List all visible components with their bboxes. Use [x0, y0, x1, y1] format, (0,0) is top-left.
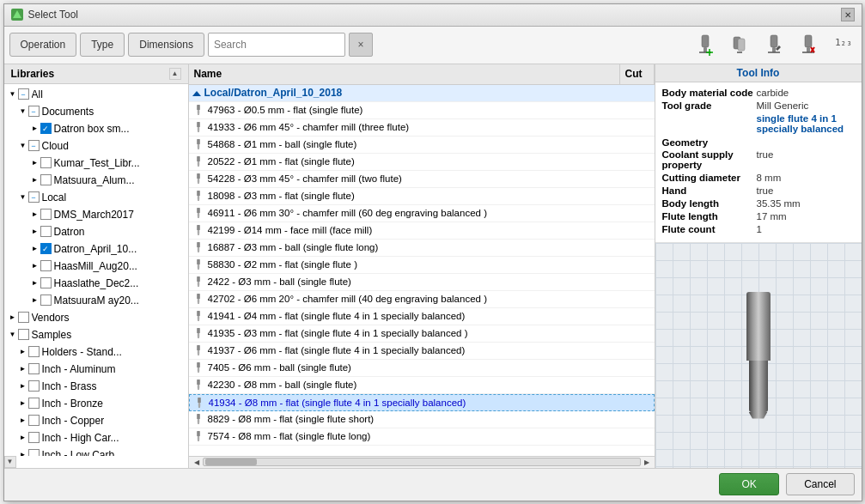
- tree-checkbox[interactable]: [40, 174, 52, 185]
- list-item[interactable]: 42702 - Ø6 mm 20° - chamfer mill (40 deg…: [189, 291, 655, 308]
- edit-tool-button[interactable]: [760, 31, 788, 58]
- tree-item[interactable]: ►✓Datron box sm...: [4, 120, 188, 137]
- tree-item[interactable]: ►Inch - Aluminum: [4, 361, 188, 378]
- tree-checkbox[interactable]: [40, 260, 52, 271]
- list-item[interactable]: 41934 - Ø8 mm - flat (single flute 4 in …: [189, 394, 655, 411]
- tree-checkbox[interactable]: [28, 363, 40, 374]
- tree-checkbox[interactable]: −: [28, 140, 40, 151]
- tree-checkbox[interactable]: [40, 295, 52, 306]
- collapse-arrow-icon[interactable]: ►: [18, 416, 28, 426]
- expand-arrow-icon[interactable]: ▼: [8, 89, 18, 100]
- tree-item[interactable]: ▼−Cloud: [4, 137, 188, 155]
- tree-item[interactable]: ▼Samples: [4, 326, 188, 343]
- list-item[interactable]: 41933 - Ø6 mm 45° - chamfer mill (three …: [189, 119, 655, 137]
- collapse-arrow-icon[interactable]: ►: [8, 313, 18, 323]
- list-item[interactable]: 42199 - Ø14 mm - face mill (face mill): [189, 222, 655, 240]
- collapse-arrow-icon[interactable]: ►: [30, 158, 40, 168]
- tree-checkbox[interactable]: ✓: [40, 123, 52, 134]
- tree-checkbox[interactable]: [28, 346, 40, 357]
- collapse-arrow-icon[interactable]: ►: [30, 175, 40, 185]
- cancel-button[interactable]: Cancel: [786, 473, 854, 495]
- tree-item[interactable]: ►DMS_March2017: [4, 206, 188, 223]
- duplicate-tool-button[interactable]: [726, 31, 753, 58]
- tree-item[interactable]: ▼−Documents: [4, 103, 188, 120]
- tool-group-header[interactable]: Local/Datron_April_10_2018: [189, 85, 655, 102]
- collapse-arrow-icon[interactable]: ►: [30, 278, 40, 288]
- tree-checkbox[interactable]: [40, 209, 52, 220]
- tool-list-hscroll[interactable]: ◀ ▶: [189, 456, 655, 468]
- tree-item[interactable]: ►Haaslathe_Dec2...: [4, 275, 188, 292]
- collapse-arrow-icon[interactable]: ►: [30, 124, 40, 134]
- list-item[interactable]: 46911 - Ø6 mm 30° - chamfer mill (60 deg…: [189, 205, 655, 222]
- expand-arrow-icon[interactable]: ▼: [8, 330, 18, 340]
- list-item[interactable]: 41941 - Ø4 mm - flat (single flute 4 in …: [189, 308, 655, 325]
- tree-checkbox[interactable]: ✓: [40, 243, 52, 254]
- list-item[interactable]: 20522 - Ø1 mm - flat (single flute): [189, 154, 655, 171]
- list-item[interactable]: 16887 - Ø3 mm - ball (single flute long): [189, 240, 655, 257]
- collapse-arrow-icon[interactable]: ►: [30, 261, 40, 271]
- list-item[interactable]: 7405 - Ø6 mm - ball (single flute): [189, 360, 655, 377]
- close-button[interactable]: ✕: [841, 8, 855, 21]
- dimensions-button[interactable]: Dimensions: [128, 33, 204, 57]
- tree-checkbox[interactable]: [28, 380, 40, 392]
- tree-checkbox[interactable]: [18, 312, 29, 323]
- hscroll-right[interactable]: ▶: [641, 458, 653, 466]
- list-item[interactable]: 54868 - Ø1 mm - ball (single flute): [189, 137, 655, 154]
- tree-checkbox[interactable]: [18, 329, 29, 340]
- list-item[interactable]: 7574 - Ø8 mm - flat (single flute long): [189, 428, 655, 446]
- list-item[interactable]: 41935 - Ø3 mm - flat (single flute 4 in …: [189, 325, 655, 343]
- tree-checkbox[interactable]: −: [28, 106, 40, 117]
- list-item[interactable]: 41937 - Ø6 mm - flat (single flute 4 in …: [189, 343, 655, 360]
- tree-checkbox[interactable]: [40, 157, 52, 168]
- tree-checkbox[interactable]: [28, 415, 40, 426]
- add-tool-button[interactable]: [691, 31, 719, 58]
- collapse-arrow-icon[interactable]: ►: [18, 433, 28, 443]
- tree-item[interactable]: ►Holders - Stand...: [4, 343, 188, 361]
- expand-arrow-icon[interactable]: ▼: [18, 192, 28, 203]
- collapse-arrow-icon[interactable]: ►: [18, 347, 28, 357]
- numbering-button[interactable]: 1₂₃: [829, 31, 856, 58]
- left-scroll-down[interactable]: ▼: [4, 456, 16, 468]
- collapse-arrow-icon[interactable]: ►: [30, 227, 40, 237]
- operation-button[interactable]: Operation: [9, 33, 77, 57]
- tool-list-scroll[interactable]: Local/Datron_April_10_2018 47963 - Ø0.5 …: [189, 85, 655, 456]
- tree-item[interactable]: ►Inch - Low Carb...: [4, 446, 188, 456]
- collapse-arrow-icon[interactable]: ►: [30, 295, 40, 306]
- tree-item[interactable]: ►MatsuuraM ay20...: [4, 292, 188, 309]
- collapse-arrow-icon[interactable]: ►: [18, 381, 28, 392]
- tree-item[interactable]: ►Inch - Brass: [4, 378, 188, 395]
- expand-arrow-icon[interactable]: ▼: [18, 141, 28, 151]
- tree-item[interactable]: ►Datron: [4, 223, 188, 240]
- search-clear-button[interactable]: ×: [349, 33, 373, 57]
- collapse-arrow-icon[interactable]: ►: [30, 209, 40, 220]
- tree-item[interactable]: ►HaasMill_Aug20...: [4, 258, 188, 275]
- collapse-arrow-icon[interactable]: ►: [18, 364, 28, 374]
- tree-item[interactable]: ►✓Datron_April_10...: [4, 240, 188, 258]
- ok-button[interactable]: OK: [719, 473, 779, 495]
- search-input[interactable]: [208, 33, 345, 57]
- collapse-arrow-icon[interactable]: ►: [30, 244, 40, 254]
- hscroll-thumb[interactable]: [205, 458, 257, 465]
- list-item[interactable]: 8829 - Ø8 mm - flat (single flute short): [189, 411, 655, 428]
- tree-checkbox[interactable]: −: [18, 88, 29, 100]
- tree-item[interactable]: ►Kumar_Test_Libr...: [4, 155, 188, 172]
- tree-item[interactable]: ▼−All: [4, 86, 188, 103]
- list-item[interactable]: 2422 - Ø3 mm - ball (single flute): [189, 274, 655, 291]
- list-item[interactable]: 47963 - Ø0.5 mm - flat (single flute): [189, 102, 655, 119]
- expand-arrow-icon[interactable]: ▼: [18, 106, 28, 117]
- list-item[interactable]: 58830 - Ø2 mm - flat (single flute ): [189, 257, 655, 274]
- tree-item[interactable]: ►Inch - Copper: [4, 412, 188, 429]
- tree-item[interactable]: ►Matsuura_Alum...: [4, 172, 188, 189]
- tree-item[interactable]: ▼−Local: [4, 189, 188, 206]
- tree-checkbox[interactable]: [28, 432, 40, 443]
- tree-item[interactable]: ►Inch - High Car...: [4, 429, 188, 446]
- tree-item[interactable]: ►Vendors: [4, 309, 188, 326]
- list-item[interactable]: 42230 - Ø8 mm - ball (single flute): [189, 377, 655, 394]
- list-item[interactable]: 54228 - Ø3 mm 45° - chamfer mill (two fl…: [189, 171, 655, 188]
- hscroll-left[interactable]: ◀: [191, 458, 203, 466]
- delete-tool-button[interactable]: [795, 31, 822, 58]
- tree-checkbox[interactable]: [28, 398, 40, 409]
- collapse-arrow-icon[interactable]: ►: [18, 398, 28, 409]
- left-scroll-up[interactable]: ▲: [169, 68, 181, 80]
- tree-item[interactable]: ►Inch - Bronze: [4, 395, 188, 412]
